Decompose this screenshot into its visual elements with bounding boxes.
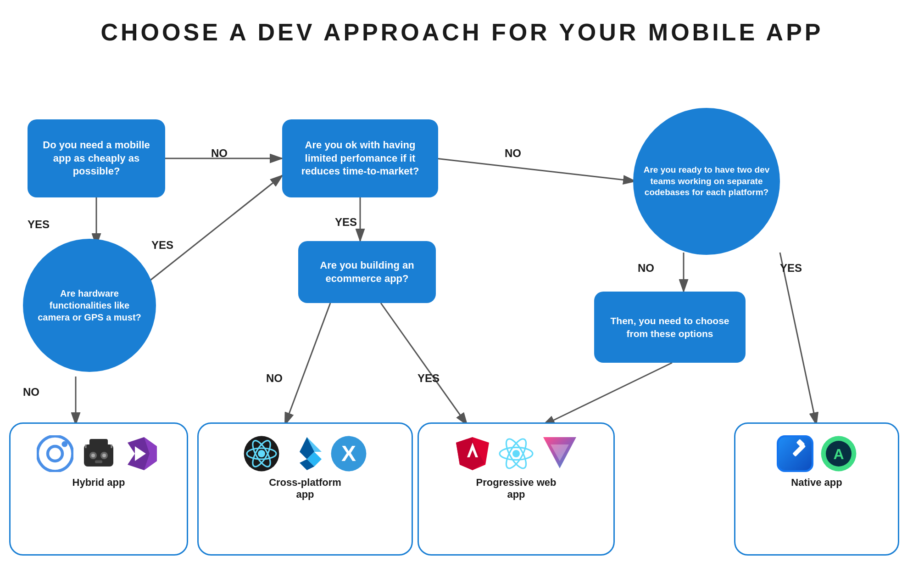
- flowchart: NO YES YES NO YES NO YES NO NO YES Do yo…: [0, 60, 924, 579]
- page-title: CHOOSE A DEV APPROACH FOR YOUR MOBILE AP…: [0, 0, 924, 60]
- svg-rect-21: [95, 460, 102, 463]
- xamarin-icon: X: [330, 435, 367, 472]
- svg-text:A: A: [833, 446, 844, 462]
- react-native-icon: [243, 435, 280, 472]
- svg-text:X: X: [341, 441, 356, 466]
- hybrid-icons: [37, 435, 161, 472]
- crossplatform-label: Cross-platform app: [269, 477, 341, 500]
- svg-point-14: [61, 441, 67, 447]
- android-studio-icon: A: [820, 435, 857, 472]
- angular-icon: [454, 435, 491, 472]
- question-3: Are you ok with having limited perfomanc…: [282, 119, 438, 197]
- result-native: A Native app: [734, 422, 899, 556]
- label-no2: NO: [505, 147, 521, 160]
- flutter-icon: [287, 435, 323, 472]
- svg-line-4: [436, 158, 637, 181]
- label-no1: NO: [211, 147, 228, 160]
- svg-line-11: [541, 363, 672, 426]
- svg-line-7: [780, 253, 817, 426]
- svg-point-12: [38, 436, 73, 472]
- svg-point-20: [102, 454, 106, 457]
- result-crossplatform: X Cross-platform app: [197, 422, 413, 556]
- svg-point-19: [91, 454, 95, 457]
- vue-icon: [541, 435, 578, 472]
- label-yes1: YES: [28, 218, 50, 231]
- native-icons: A: [777, 435, 857, 472]
- label-yes2: YES: [151, 239, 173, 252]
- ionic-icon: [37, 435, 73, 472]
- svg-point-41: [512, 450, 520, 457]
- label-no5: NO: [638, 262, 654, 275]
- question-2: Are hardware functionalities like camera…: [23, 239, 156, 372]
- question-4: Are you building an ecommerce app?: [298, 241, 436, 303]
- pwa-label: Progressive web app: [476, 477, 557, 500]
- result-hybrid: Hybrid app: [9, 422, 188, 556]
- label-yes3: YES: [335, 216, 357, 229]
- crossplatform-icons: X: [243, 435, 367, 472]
- question-5: Are you ready to have two dev teams work…: [633, 108, 780, 255]
- svg-line-9: [284, 303, 330, 426]
- label-no3: NO: [23, 386, 39, 399]
- label-yes5: YES: [780, 262, 802, 275]
- question-1: Do you need a mobille app as cheaply as …: [28, 119, 165, 197]
- svg-line-10: [381, 303, 468, 426]
- pwa-icons: [454, 435, 578, 472]
- label-yes4: YES: [417, 372, 440, 385]
- label-no4: NO: [266, 372, 283, 385]
- native-label: Native app: [791, 477, 842, 489]
- capacitor-icon: [80, 435, 117, 472]
- visual-studio-icon: [124, 435, 161, 472]
- hybrid-label: Hybrid app: [72, 477, 125, 489]
- svg-point-13: [48, 446, 62, 461]
- svg-point-28: [258, 450, 265, 457]
- svg-rect-16: [89, 439, 108, 446]
- question-6: Then, you need to choose from these opti…: [594, 292, 746, 363]
- react-icon: [498, 435, 534, 472]
- xcode-icon: [777, 435, 813, 472]
- svg-line-3: [150, 174, 284, 280]
- result-pwa: Progressive web app: [417, 422, 615, 556]
